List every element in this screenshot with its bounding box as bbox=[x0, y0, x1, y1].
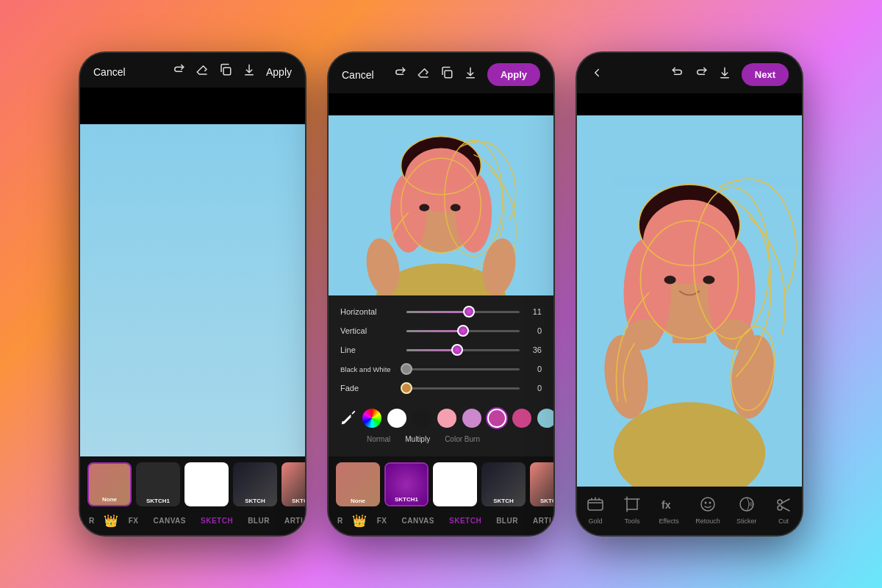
image-area-3 bbox=[577, 115, 802, 487]
slider-bw-track[interactable] bbox=[406, 368, 520, 370]
cat-tab-sketch[interactable]: SKETCH bbox=[195, 514, 239, 528]
blend-normal[interactable]: Normal bbox=[367, 435, 390, 443]
thumb2-sktch2[interactable] bbox=[433, 462, 477, 506]
blend-colorburn[interactable]: Color Burn bbox=[445, 435, 480, 443]
cancel-button[interactable]: Cancel bbox=[93, 66, 126, 78]
redo-icon-3[interactable] bbox=[695, 66, 708, 83]
thumb-sktch4[interactable]: SKTCH4 bbox=[282, 462, 305, 506]
undo-icon[interactable] bbox=[671, 66, 684, 83]
slider-line: Line 36 bbox=[340, 345, 542, 354]
tool-cut[interactable]: Cut bbox=[773, 494, 794, 525]
tool-sticker[interactable]: Sticker bbox=[736, 494, 757, 525]
crop-icon bbox=[622, 494, 642, 514]
image-area-1 bbox=[80, 124, 305, 456]
slider-fade: Fade 0 bbox=[340, 384, 542, 392]
color-rose[interactable] bbox=[512, 409, 531, 428]
download-icon-3[interactable] bbox=[718, 66, 731, 83]
thumb2-sktch4[interactable]: SKTCH4 bbox=[530, 462, 553, 506]
svg-point-52 bbox=[701, 498, 714, 511]
phone3-topbar: Next bbox=[577, 53, 802, 93]
portrait-1 bbox=[80, 124, 305, 456]
svg-rect-50 bbox=[627, 499, 637, 509]
cat-tab-fx[interactable]: FX bbox=[123, 514, 145, 528]
sticker-icon bbox=[736, 494, 757, 514]
cat2-tab-canvas[interactable]: CANVAS bbox=[396, 514, 440, 528]
slider-bw-thumb[interactable] bbox=[401, 363, 412, 375]
svg-point-23 bbox=[405, 148, 478, 212]
blend-multiply[interactable]: Multiply bbox=[405, 435, 430, 443]
copy-icon-2[interactable] bbox=[440, 66, 453, 83]
apply-button-2[interactable]: Apply bbox=[487, 63, 540, 86]
cat2-tab-r[interactable]: R bbox=[331, 514, 349, 528]
phone1-topbar: Cancel Apply bbox=[80, 53, 305, 87]
svg-point-40 bbox=[703, 276, 714, 284]
phone-1: Cancel Apply bbox=[79, 51, 306, 537]
apply-button[interactable]: Apply bbox=[266, 66, 292, 78]
thumb2-none[interactable]: None bbox=[336, 462, 380, 506]
download-icon[interactable] bbox=[243, 63, 256, 80]
copy-icon[interactable] bbox=[219, 63, 232, 80]
eyedropper-icon[interactable] bbox=[340, 410, 356, 426]
thumb-sktch2[interactable] bbox=[184, 462, 229, 506]
cat2-tab-sketch[interactable]: SKETCH bbox=[443, 514, 487, 528]
color-teal[interactable] bbox=[537, 409, 555, 428]
tool-cut-label: Cut bbox=[778, 517, 789, 525]
tool-gold-label: Gold bbox=[589, 517, 603, 525]
slider-bw-label: Black and White bbox=[340, 365, 399, 373]
slider-line-track[interactable] bbox=[406, 349, 520, 351]
eraser-icon-2[interactable] bbox=[417, 66, 430, 83]
face-icon bbox=[698, 494, 718, 514]
cat-tab-blur[interactable]: BLUR bbox=[242, 514, 276, 528]
slider-vertical-track[interactable] bbox=[406, 330, 520, 332]
slider-fade-value: 0 bbox=[527, 384, 542, 392]
tool-sticker-label: Sticker bbox=[736, 517, 757, 525]
back-icon[interactable] bbox=[590, 66, 603, 83]
thumb-label: SKTCH bbox=[233, 498, 277, 504]
slider-horizontal: Horizontal 11 bbox=[340, 307, 542, 316]
slider-line-thumb[interactable] bbox=[451, 344, 463, 356]
thumb2-sktch1[interactable]: SKTCH1 bbox=[384, 462, 429, 506]
cancel-button-2[interactable]: Cancel bbox=[342, 69, 374, 81]
color-rainbow[interactable] bbox=[362, 409, 381, 428]
gold-icon bbox=[585, 494, 606, 514]
thumb-none[interactable]: None bbox=[87, 462, 132, 506]
slider-vertical-label: Vertical bbox=[340, 326, 399, 335]
color-white[interactable] bbox=[387, 409, 406, 428]
tool-tools[interactable]: Tools bbox=[622, 494, 642, 525]
thumb-sktch3[interactable]: SKTCH bbox=[233, 462, 277, 506]
cat2-tab-blur[interactable]: BLUR bbox=[490, 514, 524, 528]
cat2-tab-artistic[interactable]: ARTISTIC bbox=[527, 514, 553, 528]
download-icon-2[interactable] bbox=[464, 66, 477, 83]
fx-icon: fx bbox=[659, 494, 679, 514]
thumb2-sktch3[interactable]: SKTCH bbox=[481, 462, 526, 506]
cat-tab-canvas[interactable]: CANVAS bbox=[148, 514, 192, 528]
svg-text:fx: fx bbox=[662, 499, 671, 511]
slider-horizontal-track[interactable] bbox=[406, 311, 520, 313]
tool-effects[interactable]: fx Effects bbox=[659, 494, 679, 525]
redo-icon[interactable] bbox=[172, 63, 185, 80]
next-button[interactable]: Next bbox=[742, 63, 789, 86]
slider-horizontal-thumb[interactable] bbox=[463, 306, 475, 318]
cat2-tab-fx[interactable]: FX bbox=[371, 514, 393, 528]
slider-vertical-thumb[interactable] bbox=[457, 325, 469, 337]
cat-tab-r[interactable]: R bbox=[83, 514, 101, 528]
cat-tab-artistic[interactable]: ARTISTIC bbox=[279, 514, 305, 528]
phone2-top-left: Cancel bbox=[342, 69, 374, 81]
redo-icon-2[interactable] bbox=[393, 66, 406, 83]
slider-bw: Black and White 0 bbox=[340, 365, 542, 373]
color-black[interactable] bbox=[412, 409, 431, 428]
tool-retouch[interactable]: Retouch bbox=[695, 494, 720, 525]
tool-retouch-label: Retouch bbox=[695, 517, 720, 525]
color-purple[interactable] bbox=[487, 409, 506, 428]
tool-gold[interactable]: Gold bbox=[585, 494, 606, 525]
svg-rect-15 bbox=[445, 71, 452, 78]
thumb-marker bbox=[220, 465, 226, 471]
sliders-panel: Horizontal 11 Vertical 0 Line 36 bbox=[329, 295, 553, 456]
color-pink[interactable] bbox=[437, 409, 456, 428]
slider-fade-thumb[interactable] bbox=[401, 382, 412, 394]
thumb-label: SKTCH1 bbox=[136, 498, 180, 504]
thumb-sktch1[interactable]: SKTCH1 bbox=[136, 462, 180, 506]
eraser-icon[interactable] bbox=[196, 63, 209, 80]
color-lavender[interactable] bbox=[462, 409, 481, 428]
slider-fade-track[interactable] bbox=[406, 387, 520, 390]
